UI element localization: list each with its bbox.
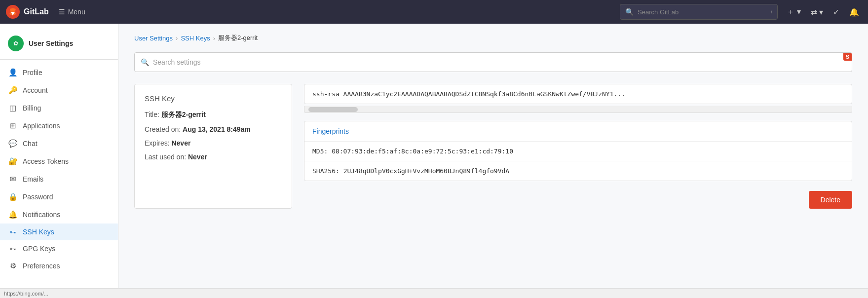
account-icon: 🔑 <box>8 86 18 95</box>
delete-button[interactable]: Delete <box>809 191 852 209</box>
sidebar-item-applications[interactable]: ⊞ Applications <box>0 117 118 135</box>
profile-icon: 👤 <box>8 68 18 77</box>
sha256-value: 2UJ48qUDlpV0cxGgH+VvzMHoM60BJnQ89fl4gfo9… <box>343 167 510 175</box>
sidebar-title: User Settings <box>29 39 73 47</box>
sidebar-item-password[interactable]: 🔒 Password <box>0 188 118 206</box>
key-expires-row: Expires: Never <box>145 139 282 147</box>
ssh-keys-icon: 🗝 <box>8 228 18 236</box>
status-url: https://bing.com/... <box>4 291 48 297</box>
expires-label: Expires: <box>145 139 170 147</box>
menu-button[interactable]: ☰ Menu <box>55 5 89 19</box>
preferences-icon: ⚙ <box>8 261 18 270</box>
actions-row: Delete <box>304 191 852 209</box>
sidebar-header: ✿ User Settings <box>0 32 118 60</box>
breadcrumb-user-settings[interactable]: User Settings <box>134 35 173 42</box>
bell-button[interactable]: 🔔 <box>846 4 862 20</box>
breadcrumb: User Settings › SSH Keys › 服务器2-gerrit <box>134 34 852 42</box>
sidebar-item-emails[interactable]: ✉ Emails <box>0 170 118 188</box>
sidebar-item-label: Password <box>23 193 53 201</box>
hamburger-icon: ☰ <box>59 8 65 16</box>
sidebar-item-label: SSH Keys <box>23 228 54 236</box>
status-bar: https://bing.com/... <box>0 288 868 298</box>
global-search-box[interactable]: 🔍 / <box>620 4 778 20</box>
sidebar-item-account[interactable]: 🔑 Account <box>0 81 118 99</box>
keyboard-shortcut: / <box>771 9 772 15</box>
fingerprints-section: ssh-rsa AAAAB3NzaC1yc2EAAAADAQABAABAQDSd… <box>304 84 852 209</box>
md5-label: MD5: <box>312 148 328 155</box>
sidebar-item-preferences[interactable]: ⚙ Preferences <box>0 257 118 275</box>
chat-icon: 💬 <box>8 139 18 148</box>
settings-search-input[interactable] <box>153 58 846 66</box>
gitlab-logo[interactable]: GitLab <box>6 5 49 19</box>
sidebar-item-notifications[interactable]: 🔔 Notifications <box>0 206 118 224</box>
breadcrumb-sep1: › <box>176 35 178 42</box>
billing-icon: ◫ <box>8 104 18 112</box>
settings-search-box[interactable]: 🔍 S <box>134 52 852 72</box>
sidebar-item-label: Billing <box>23 104 41 112</box>
sidebar-item-label: Notifications <box>23 211 60 219</box>
issues-button[interactable]: ✓ <box>830 4 842 20</box>
sidebar-item-access-tokens[interactable]: 🔐 Access Tokens <box>0 152 118 170</box>
fingerprints-box: Fingerprints MD5: 08:07:93:de:f5:af:8c:0… <box>304 121 852 181</box>
applications-icon: ⊞ <box>8 121 18 130</box>
input-method-badge: S <box>843 53 852 61</box>
title-value: 服务器2-gerrit <box>161 111 206 118</box>
sidebar-item-label: Preferences <box>23 262 60 270</box>
new-item-button[interactable]: ＋ ▾ <box>784 4 803 20</box>
fingerprints-header: Fingerprints <box>304 121 852 142</box>
ssh-key-section-title: SSH Key <box>145 94 282 103</box>
sidebar-item-label: Emails <box>23 175 43 183</box>
sidebar-item-label: Applications <box>23 122 60 130</box>
search-settings-icon: 🔍 <box>141 58 149 66</box>
avatar-icon: ✿ <box>13 40 18 47</box>
md5-row: MD5: 08:07:93:de:f5:af:8c:0a:e9:72:5c:93… <box>304 142 852 161</box>
gpg-keys-icon: 🗝 <box>8 245 18 253</box>
sidebar-item-ssh-keys[interactable]: 🗝 SSH Keys <box>0 224 118 240</box>
gitlab-logo-icon <box>6 5 20 19</box>
sidebar-item-label: Chat <box>23 140 38 148</box>
sidebar-item-label: Access Tokens <box>23 157 69 165</box>
sidebar-item-billing[interactable]: ◫ Billing <box>0 99 118 117</box>
sha256-label: SHA256: <box>312 167 340 175</box>
sidebar-item-label: Profile <box>23 69 42 76</box>
breadcrumb-ssh-keys[interactable]: SSH Keys <box>181 35 210 42</box>
access-tokens-icon: 🔐 <box>8 157 18 166</box>
issues-icon: ✓ <box>833 7 839 17</box>
notifications-icon: 🔔 <box>8 210 18 219</box>
sidebar: ✿ User Settings 👤 Profile 🔑 Account ◫ Bi… <box>0 24 118 298</box>
search-icon: 🔍 <box>625 8 634 16</box>
breadcrumb-sep2: › <box>213 35 215 42</box>
merge-icon: ⇄ ▾ <box>811 7 823 17</box>
sidebar-item-label: GPG Keys <box>23 245 55 253</box>
page-layout: ✿ User Settings 👤 Profile 🔑 Account ◫ Bi… <box>0 24 868 298</box>
title-label: Title: <box>145 111 159 118</box>
emails-icon: ✉ <box>8 175 18 184</box>
main-content: User Settings › SSH Keys › 服务器2-gerrit 🔍… <box>118 24 868 298</box>
gitlab-text: GitLab <box>24 7 49 16</box>
sha256-row: SHA256: 2UJ48qUDlpV0cxGgH+VvzMHoM60BJnQ8… <box>304 161 852 181</box>
top-navigation: GitLab ☰ Menu 🔍 / ＋ ▾ ⇄ ▾ ✓ 🔔 <box>0 0 868 24</box>
key-created-row: Created on: Aug 13, 2021 8:49am <box>145 125 282 133</box>
md5-value: 08:07:93:de:f5:af:8c:0a:e9:72:5c:93:e1:c… <box>332 148 513 155</box>
last-used-label: Last used on: <box>145 153 186 161</box>
sidebar-item-profile[interactable]: 👤 Profile <box>0 64 118 81</box>
key-scrollbar[interactable] <box>304 106 852 113</box>
avatar: ✿ <box>8 36 24 51</box>
sidebar-item-chat[interactable]: 💬 Chat <box>0 135 118 152</box>
password-icon: 🔒 <box>8 192 18 201</box>
menu-label: Menu <box>68 8 85 16</box>
bell-icon: 🔔 <box>849 7 859 17</box>
key-scrollbar-thumb[interactable] <box>308 107 358 112</box>
ssh-key-value-display[interactable]: ssh-rsa AAAAB3NzaC1yc2EAAAADAQABAABAQDSd… <box>304 84 852 104</box>
created-label: Created on: <box>145 125 181 133</box>
global-search-input[interactable] <box>638 8 767 16</box>
last-used-value: Never <box>188 153 207 161</box>
key-title-row: Title: 服务器2-gerrit <box>145 111 282 119</box>
nav-icon-group: ＋ ▾ ⇄ ▾ ✓ 🔔 <box>784 4 862 20</box>
merge-requests-button[interactable]: ⇄ ▾ <box>808 4 826 20</box>
created-value: Aug 13, 2021 8:49am <box>183 125 251 133</box>
sidebar-item-gpg-keys[interactable]: 🗝 GPG Keys <box>0 240 118 257</box>
breadcrumb-current: 服务器2-gerrit <box>218 34 258 42</box>
expires-value: Never <box>171 139 190 147</box>
sidebar-item-label: Account <box>23 86 48 94</box>
